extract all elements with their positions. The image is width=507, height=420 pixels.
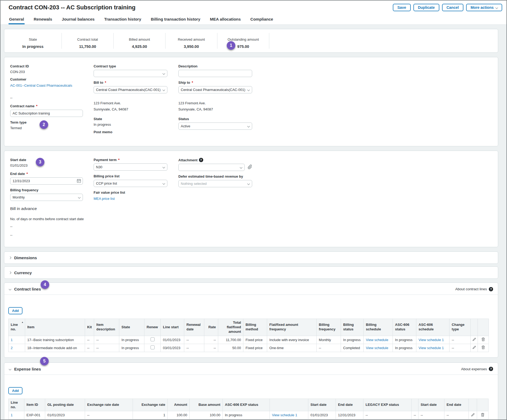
help-icon[interactable] (489, 367, 493, 371)
description-input[interactable] (178, 70, 252, 77)
cancel-button[interactable]: Cancel (442, 4, 463, 11)
col-start-date[interactable]: Start date (308, 399, 336, 411)
contract-name-input[interactable] (10, 110, 83, 117)
billing-schedule-link[interactable]: View schedule (366, 338, 388, 342)
tab-journal-balances[interactable]: Journal balances (61, 13, 95, 24)
kit-cell: -- (85, 336, 94, 344)
attachment-select[interactable] (178, 164, 245, 171)
col-base-amount[interactable]: Base amount (190, 399, 223, 411)
col-renewal-date[interactable]: Renewal date (184, 319, 204, 336)
col-exchange-rate-date[interactable]: Exchange rate date (85, 399, 133, 411)
edit-icon[interactable] (471, 344, 478, 352)
billing-price-list-select[interactable]: CCP price list (94, 180, 167, 187)
col-billing-method[interactable]: Billing method (243, 319, 267, 336)
col-line-no[interactable]: Line no. (9, 399, 24, 411)
asc606-schedule-link[interactable]: View schedule 1 (418, 338, 444, 342)
col-renew[interactable]: Renew (144, 319, 161, 336)
delete-icon[interactable] (477, 411, 489, 419)
fair-value-price-list-link[interactable]: MEA price list (94, 197, 115, 201)
tab-renewals[interactable]: Renewals (33, 13, 53, 24)
tab-billing-transaction-history[interactable]: Billing transaction history (150, 13, 201, 24)
col-rate[interactable]: Rate (204, 319, 218, 336)
contract-lines-header[interactable]: Contract lines (9, 287, 41, 291)
summary-contract-total-label: Contract total (62, 37, 113, 41)
col-item[interactable]: Item (25, 319, 85, 336)
tab-transaction-history[interactable]: Transaction history (104, 13, 142, 24)
col-asc606-status[interactable]: ASC-606 status (393, 319, 416, 336)
exchange-rate-date-cell: -- (85, 411, 133, 419)
line-no-link[interactable]: 1 (11, 413, 13, 417)
defer-revenue-select[interactable]: Nothing selected (178, 180, 252, 187)
bill-to-select[interactable]: Central Coast Pharmaceuticals(CAC-001) (94, 86, 167, 93)
more-actions-button[interactable]: More actions (466, 4, 502, 11)
delete-icon[interactable] (478, 344, 489, 352)
col-change-type[interactable]: Change type (450, 319, 471, 336)
contract-lines-add-button[interactable]: Add (8, 307, 22, 314)
col-line-no[interactable]: Line no. (9, 319, 25, 336)
col-start-date-2[interactable]: Start date (418, 399, 444, 411)
col-gl-posting-date[interactable]: GL posting date (45, 399, 85, 411)
status-select[interactable]: Active (178, 123, 252, 130)
payment-term-label: Payment term * (94, 158, 178, 162)
end-date-2-cell: -- (444, 411, 469, 419)
tab-mea-allocations[interactable]: MEA allocations (209, 13, 241, 24)
tab-compliance[interactable]: Compliance (250, 13, 274, 24)
payment-term-select[interactable]: N30 (94, 163, 167, 171)
asc606-schedule-link[interactable]: View schedule 1 (418, 346, 444, 350)
col-end-date[interactable]: End date (336, 399, 363, 411)
col-amount[interactable]: Amount (168, 399, 190, 411)
expense-schedule-link[interactable]: View schedule 1 (272, 413, 297, 417)
dimensions-section[interactable]: Dimensions (4, 251, 498, 264)
col-exchange-rate[interactable]: Exchange rate (133, 399, 168, 411)
col-billing-frequency[interactable]: Billing frequency (317, 319, 341, 336)
payment-term-value: N30 (96, 165, 102, 169)
col-line-start[interactable]: Line start (161, 319, 184, 336)
line-no-link[interactable]: 1 (11, 338, 13, 342)
renew-checkbox[interactable] (151, 345, 155, 349)
save-button[interactable]: Save (393, 4, 411, 11)
about-expenses-link[interactable]: About expenses (461, 367, 493, 371)
billing-frequency-cell: Monthly (317, 336, 341, 344)
customer-label: Customer (10, 77, 94, 81)
payment-term-label-text: Payment term (94, 158, 117, 162)
end-date-input[interactable] (10, 177, 83, 185)
customer-link[interactable]: AC-001--Central Coast Pharmaceuticals (10, 83, 72, 87)
col-item-id[interactable]: Item ID (24, 399, 45, 411)
billing-frequency-select[interactable]: Monthly (10, 194, 83, 201)
col-kit[interactable]: Kit (85, 319, 94, 336)
billing-schedule-link[interactable]: View schedule (366, 346, 388, 350)
contract-type-select[interactable] (94, 70, 167, 77)
paperclip-icon[interactable] (247, 164, 252, 170)
chevron-down-icon (9, 368, 11, 370)
calendar-icon[interactable] (77, 179, 81, 184)
summary-state-label: State (4, 37, 62, 41)
duplicate-button[interactable]: Duplicate (413, 4, 439, 11)
edit-icon[interactable] (469, 411, 477, 419)
about-contract-lines-link[interactable]: About contract lines (455, 287, 493, 291)
col-total-flat-fixed-amount[interactable]: Total flat/fixed amount (218, 319, 243, 336)
line-no-link[interactable]: 2 (11, 346, 13, 350)
col-billing-schedule[interactable]: Billing schedule (364, 319, 393, 336)
col-billing-status[interactable]: Billing status (341, 319, 364, 336)
rate-cell: -- (204, 336, 218, 344)
col-end-date-2[interactable]: End date (444, 399, 469, 411)
col-asc606-exp-status[interactable]: ASC-606 EXP status (223, 399, 270, 411)
currency-section[interactable]: Currency (4, 266, 498, 279)
expense-lines-header[interactable]: Expense lines (9, 367, 41, 371)
help-icon[interactable] (489, 287, 493, 291)
ship-to-select[interactable]: Central Coast Pharmaceuticals(CAC-001) (178, 86, 252, 93)
edit-icon[interactable] (471, 336, 478, 344)
col-item-description[interactable]: Item description (94, 319, 119, 336)
kit-cell: -- (85, 344, 94, 352)
tab-general[interactable]: General (9, 13, 25, 24)
col-state[interactable]: State (119, 319, 144, 336)
expense-lines-add-button[interactable]: Add (8, 387, 22, 394)
chevron-right-icon (9, 256, 11, 259)
col-flat-fixed-amount-frequency[interactable]: Flat/fixed amount frequency (267, 319, 317, 336)
col-asc606-schedule[interactable]: ASC-606 schedule (416, 319, 450, 336)
delete-icon[interactable] (478, 336, 489, 344)
help-icon[interactable] (199, 158, 203, 162)
renew-checkbox[interactable] (151, 337, 155, 341)
col-legacy-exp-status[interactable]: LEGACY EXP status (363, 399, 412, 411)
main-content: State In progress Contract total 11,750.… (1, 25, 506, 420)
